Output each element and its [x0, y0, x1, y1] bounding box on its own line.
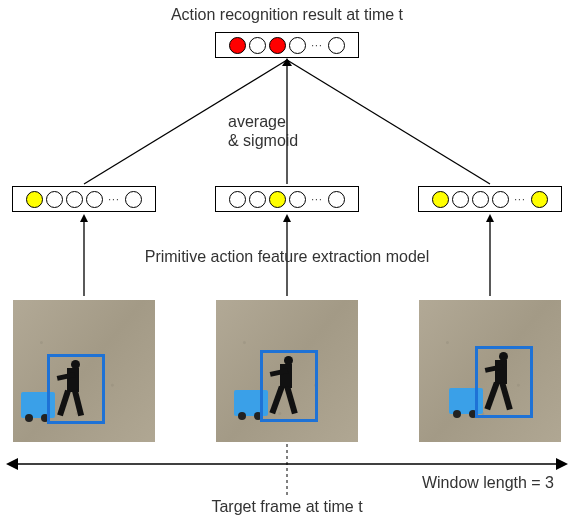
frame-right [419, 300, 561, 442]
white-node [472, 191, 489, 208]
white-node [125, 191, 142, 208]
ellipsis-icon: ··· [514, 194, 525, 205]
target-frame-label: Target frame at time t [0, 498, 574, 516]
wheel-icon [238, 412, 246, 420]
ellipsis-icon: ··· [311, 40, 322, 51]
wheel-icon [453, 410, 461, 418]
merge-label-line2: & sigmoid [228, 131, 298, 150]
wheel-icon [25, 414, 33, 422]
white-node [229, 191, 246, 208]
frame-left [13, 300, 155, 442]
svg-marker-12 [6, 458, 18, 470]
white-node [289, 37, 306, 54]
red-node [269, 37, 286, 54]
white-node [249, 191, 266, 208]
merge-label: average & sigmoid [228, 112, 298, 150]
result-vector: ··· [215, 32, 359, 58]
feature-vector-left: ··· [12, 186, 156, 212]
ellipsis-icon: ··· [311, 194, 322, 205]
white-node [66, 191, 83, 208]
svg-marker-7 [283, 214, 291, 222]
white-node [328, 191, 345, 208]
svg-line-2 [287, 60, 490, 184]
yellow-node [26, 191, 43, 208]
white-node [452, 191, 469, 208]
white-node [328, 37, 345, 54]
white-node [249, 37, 266, 54]
svg-marker-9 [486, 214, 494, 222]
merge-label-line1: average [228, 112, 298, 131]
white-node [492, 191, 509, 208]
frame-center [216, 300, 358, 442]
white-node [289, 191, 306, 208]
model-label: Primitive action feature extraction mode… [0, 248, 574, 266]
svg-marker-3 [282, 58, 292, 66]
yellow-node [531, 191, 548, 208]
yellow-node [269, 191, 286, 208]
feature-vector-center: ··· [215, 186, 359, 212]
window-length-label: Window length = 3 [422, 474, 554, 492]
svg-marker-13 [556, 458, 568, 470]
red-node [229, 37, 246, 54]
yellow-node [432, 191, 449, 208]
feature-vector-right: ··· [418, 186, 562, 212]
white-node [46, 191, 63, 208]
ellipsis-icon: ··· [108, 194, 119, 205]
svg-marker-5 [80, 214, 88, 222]
title: Action recognition result at time t [0, 6, 574, 24]
white-node [86, 191, 103, 208]
